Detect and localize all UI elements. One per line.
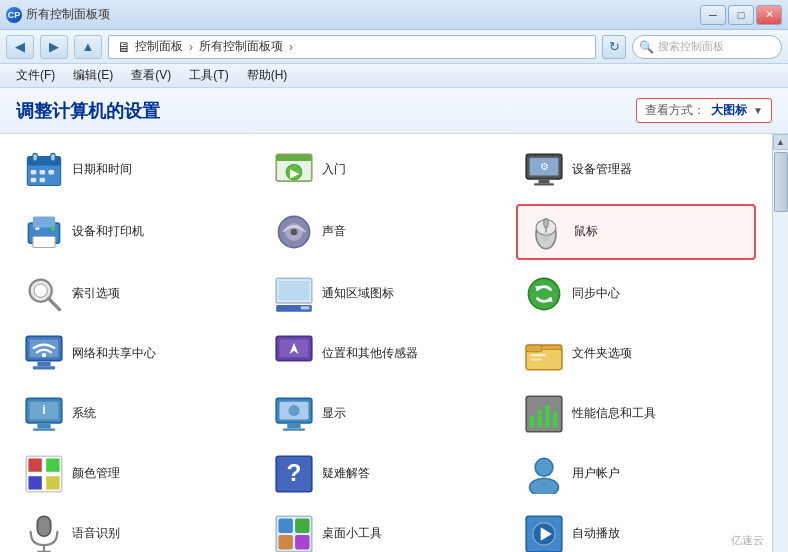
svg-rect-77 [37,516,50,536]
icon-item-color[interactable]: 颜色管理 [16,448,256,500]
svg-rect-19 [33,216,55,227]
svg-point-22 [51,226,55,230]
svg-rect-82 [295,518,309,532]
svg-rect-72 [46,476,59,489]
devmgr-icon: ⚙ [524,150,564,190]
icon-item-devmgr[interactable]: ⚙ 设备管理器 [516,144,756,196]
svg-rect-4 [31,170,37,174]
synccenter-label: 同步中心 [572,286,620,302]
menu-file[interactable]: 文件(F) [8,65,63,86]
svg-rect-66 [545,405,549,427]
devmgr-label: 设备管理器 [572,162,632,178]
up-button[interactable]: ▲ [74,35,102,59]
minimize-button[interactable]: ─ [700,5,726,25]
icon-item-network[interactable]: 网络和共享中心 [16,328,256,380]
mouse-icon [526,212,566,252]
maximize-button[interactable]: □ [728,5,754,25]
close-button[interactable]: ✕ [756,5,782,25]
svg-line-32 [48,298,59,309]
datetime-icon [24,150,64,190]
menu-help[interactable]: 帮助(H) [239,65,296,86]
indexing-label: 索引选项 [72,286,120,302]
icon-item-speech[interactable]: 语音识别 [16,508,256,552]
icon-item-trouble[interactable]: ? 疑难解答 [266,448,506,500]
perf-label: 性能信息和工具 [572,406,656,422]
svg-rect-69 [28,458,41,471]
user-label: 用户帐户 [572,466,620,482]
content-title: 调整计算机的设置 [16,99,160,123]
svg-text:i: i [42,403,45,417]
title-bar-controls: ─ □ ✕ [700,5,782,25]
forward-button[interactable]: ▶ [40,35,68,59]
svg-rect-5 [40,170,46,174]
svg-rect-44 [33,366,55,369]
icon-item-display[interactable]: 显示 [266,388,506,440]
svg-rect-71 [28,476,41,489]
icon-item-devices[interactable]: 设备和打印机 [16,204,256,260]
icon-item-getstarted[interactable]: ▶ 入门 [266,144,506,196]
content-body: 日期和时间 ▶ 入门 ⚙ 设备管理器 设备和打印机 声音 [0,134,788,552]
icon-item-datetime[interactable]: 日期和时间 [16,144,256,196]
path-root: 控制面板 [135,38,183,55]
menu-tools[interactable]: 工具(T) [181,65,236,86]
view-label: 查看方式： [645,102,705,119]
svg-rect-16 [534,183,554,185]
svg-rect-43 [37,362,50,366]
search-icon: 🔍 [639,40,654,54]
svg-point-76 [530,478,559,494]
svg-point-75 [535,458,553,476]
speech-label: 语音识别 [72,526,120,542]
scrollbar-track: ▲ ▼ [772,134,788,552]
icon-item-notify[interactable]: 通知区域图标 [266,268,506,320]
title-bar: CP 所有控制面板项 ─ □ ✕ [0,0,788,30]
color-label: 颜色管理 [72,466,120,482]
content-header: 调整计算机的设置 查看方式： 大图标 ▼ [0,88,788,134]
icon-item-perf[interactable]: 性能信息和工具 [516,388,756,440]
menu-edit[interactable]: 编辑(E) [65,65,121,86]
icon-item-indexing[interactable]: 索引选项 [16,268,256,320]
search-box[interactable]: 🔍 搜索控制面板 [632,35,782,59]
menu-view[interactable]: 查看(V) [123,65,179,86]
mouse-label: 鼠标 [574,224,598,240]
icon-item-folder[interactable]: 文件夹选项 [516,328,756,380]
back-button[interactable]: ◀ [6,35,34,59]
icon-item-mouse[interactable]: 鼠标 [516,204,756,260]
scrollbar-thumb[interactable] [774,152,788,212]
icon-item-system[interactable]: i 系统 [16,388,256,440]
svg-rect-64 [530,416,534,427]
svg-point-29 [544,219,548,228]
display-label: 显示 [322,406,346,422]
icon-item-sound[interactable]: 声音 [266,204,506,260]
icon-item-user[interactable]: 用户帐户 [516,448,756,500]
synccenter-icon [524,274,564,314]
autoplay-label: 自动播放 [572,526,620,542]
path-current: 所有控制面板项 [199,38,283,55]
svg-rect-84 [295,535,309,549]
icon-item-gadgets[interactable]: 桌面小工具 [266,508,506,552]
svg-rect-56 [33,428,55,430]
network-label: 网络和共享中心 [72,346,156,362]
svg-text:⚙: ⚙ [540,161,549,172]
getstarted-label: 入门 [322,162,346,178]
svg-rect-83 [278,535,292,549]
icon-item-location[interactable]: 位置和其他传感器 [266,328,506,380]
svg-point-33 [34,284,47,297]
icon-item-autoplay[interactable]: 自动播放 [516,508,756,552]
scrollbar-up-button[interactable]: ▲ [773,134,789,150]
sound-label: 声音 [322,224,346,240]
svg-rect-15 [538,180,549,183]
address-path[interactable]: 🖥 调整计算机的设置 控制面板 › 所有控制面板项 › [108,35,596,59]
refresh-button[interactable]: ↻ [602,35,626,59]
folder-icon [524,334,564,374]
notify-icon [274,274,314,314]
svg-rect-20 [33,236,55,247]
search-placeholder: 搜索控制面板 [658,39,724,54]
svg-rect-61 [283,428,305,430]
view-selector[interactable]: 查看方式： 大图标 ▼ [636,98,772,123]
indexing-icon [24,274,64,314]
system-label: 系统 [72,406,96,422]
svg-rect-6 [48,170,54,174]
perf-icon [524,394,564,434]
window-title: 所有控制面板项 [26,6,110,23]
icon-item-synccenter[interactable]: 同步中心 [516,268,756,320]
